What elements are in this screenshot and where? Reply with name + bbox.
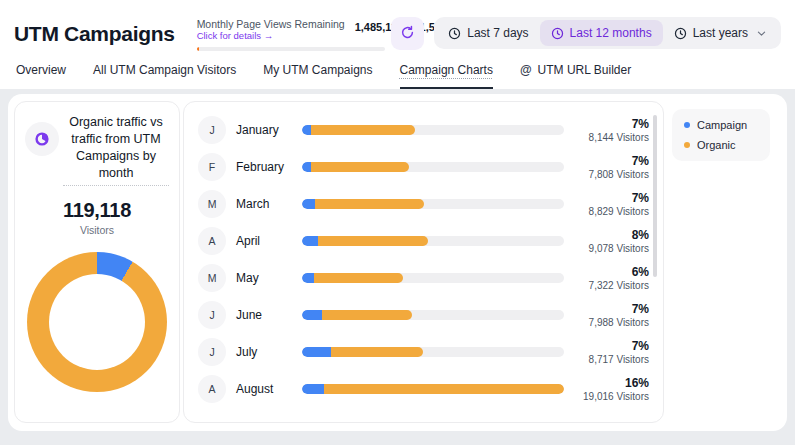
organic-bar-segment <box>331 347 423 357</box>
month-label: June <box>236 308 302 322</box>
donut-chart <box>27 252 167 392</box>
campaign-bar-segment <box>302 347 331 357</box>
at-target-icon: @ <box>520 63 532 77</box>
month-initial-avatar: J <box>198 116 226 144</box>
campaign-bar-segment <box>302 125 311 135</box>
campaign-bar-segment <box>302 273 314 283</box>
organic-bar-segment <box>314 273 403 283</box>
month-visitors: 19,016 Visitors <box>564 391 649 402</box>
month-percentage: 7% <box>564 154 649 168</box>
month-bar-track <box>302 310 564 320</box>
month-visitors: 7,322 Visitors <box>564 280 649 291</box>
chart-scrollbar[interactable] <box>653 115 657 277</box>
organic-bar-segment <box>311 162 409 172</box>
legend-item-organic[interactable]: Organic <box>684 139 758 151</box>
organic-bar-segment <box>315 199 424 209</box>
tab-utm-url-builder[interactable]: @UTM URL Builder <box>520 63 631 89</box>
month-row[interactable]: A April 8% 9,078 Visitors <box>184 222 663 259</box>
month-label: August <box>236 382 302 396</box>
tab-my-utm-campaigns[interactable]: My UTM Campaigns <box>263 63 372 89</box>
month-percentage: 7% <box>564 117 649 131</box>
month-visitors: 8,829 Visitors <box>564 206 649 217</box>
month-visitors: 7,808 Visitors <box>564 169 649 180</box>
organic-bar-segment <box>322 310 412 320</box>
quota-progress-track <box>197 47 385 51</box>
tab-label: Overview <box>16 63 66 77</box>
month-bar-track <box>302 125 564 135</box>
month-initial-avatar: M <box>198 264 226 292</box>
time-filter-group: Last 7 daysLast 12 monthsLast years <box>434 17 781 49</box>
month-bar-track <box>302 347 564 357</box>
month-visitors: 9,078 Visitors <box>564 243 649 254</box>
month-initial-avatar: J <box>198 301 226 329</box>
month-bar-track <box>302 162 564 172</box>
month-percentage: 6% <box>564 265 649 279</box>
quota-details-link[interactable]: Click for details → <box>197 30 345 41</box>
monthly-bars-card: J January 7% 8,144 Visitors F February 7… <box>183 101 664 423</box>
tab-all-utm-campaign-visitors[interactable]: All UTM Campaign Visitors <box>93 63 236 89</box>
legend-dot-icon <box>684 142 690 148</box>
month-label: February <box>236 160 302 174</box>
time-filter-last-7-days[interactable]: Last 7 days <box>437 20 539 46</box>
chart-legend: CampaignOrganic <box>672 109 770 161</box>
month-percentage: 7% <box>564 191 649 205</box>
campaign-bar-segment <box>302 236 318 246</box>
tab-label: UTM URL Builder <box>538 63 632 77</box>
campaign-bar-segment <box>302 199 315 209</box>
total-visitors-value: 119,118 <box>25 199 169 222</box>
time-filter-last-years[interactable]: Last years <box>663 20 778 46</box>
month-label: March <box>236 197 302 211</box>
month-row[interactable]: J July 7% 8,717 Visitors <box>184 333 663 370</box>
donut-chart-icon <box>25 122 59 156</box>
legend-item-campaign[interactable]: Campaign <box>684 119 758 131</box>
page-title: UTM Campaigns <box>14 22 175 46</box>
month-label: July <box>236 345 302 359</box>
month-bar-track <box>302 384 564 394</box>
refresh-button[interactable] <box>391 17 424 50</box>
month-row[interactable]: M March 7% 8,829 Visitors <box>184 185 663 222</box>
month-bar-track <box>302 199 564 209</box>
organic-bar-segment <box>311 125 415 135</box>
topbar: UTM Campaigns Monthly Page Views Remaini… <box>14 14 781 51</box>
quota-label: Monthly Page Views Remaining <box>197 18 345 30</box>
chevron-down-icon <box>754 28 767 39</box>
month-visitors: 8,144 Visitors <box>564 132 649 143</box>
month-initial-avatar: J <box>198 338 226 366</box>
clock-icon <box>551 27 564 40</box>
quota-progress-fill <box>197 47 199 51</box>
month-row[interactable]: A August 16% 19,016 Visitors <box>184 370 663 407</box>
tab-bar: OverviewAll UTM Campaign VisitorsMy UTM … <box>14 63 781 89</box>
month-visitors: 8,717 Visitors <box>564 354 649 365</box>
month-percentage: 7% <box>564 302 649 316</box>
month-bar-track <box>302 236 564 246</box>
campaign-bar-segment <box>302 310 322 320</box>
month-percentage: 7% <box>564 339 649 353</box>
campaign-bar-segment <box>302 384 324 394</box>
campaign-charts-panel: Organic traffic vs traffic from UTM Camp… <box>8 94 787 431</box>
month-percentage: 16% <box>564 376 649 390</box>
refresh-icon <box>400 25 415 43</box>
month-row[interactable]: F February 7% 7,808 Visitors <box>184 148 663 185</box>
month-label: January <box>236 123 302 137</box>
page-header: UTM Campaigns Monthly Page Views Remaini… <box>0 0 795 89</box>
month-visitors: 7,988 Visitors <box>564 317 649 328</box>
month-initial-avatar: A <box>198 227 226 255</box>
tab-overview[interactable]: Overview <box>16 63 66 89</box>
tab-label: Campaign Charts <box>400 63 493 77</box>
time-filter-last-12-months[interactable]: Last 12 months <box>540 20 663 46</box>
month-row[interactable]: J June 7% 7,988 Visitors <box>184 296 663 333</box>
month-initial-avatar: F <box>198 153 226 181</box>
tab-campaign-charts[interactable]: Campaign Charts <box>400 63 493 89</box>
legend-dot-icon <box>684 122 690 128</box>
total-visitors-unit: Visitors <box>25 224 169 236</box>
organic-bar-segment <box>324 384 564 394</box>
month-label: April <box>236 234 302 248</box>
month-row[interactable]: M May 6% 7,322 Visitors <box>184 259 663 296</box>
organic-bar-segment <box>318 236 428 246</box>
donut-summary-card: Organic traffic vs traffic from UTM Camp… <box>14 101 180 423</box>
month-row[interactable]: J January 7% 8,144 Visitors <box>184 111 663 148</box>
campaign-bar-segment <box>302 162 311 172</box>
quota-widget: Monthly Page Views Remaining Click for d… <box>197 18 389 51</box>
clock-icon <box>448 27 461 40</box>
donut-title: Organic traffic vs traffic from UTM Camp… <box>63 114 169 186</box>
